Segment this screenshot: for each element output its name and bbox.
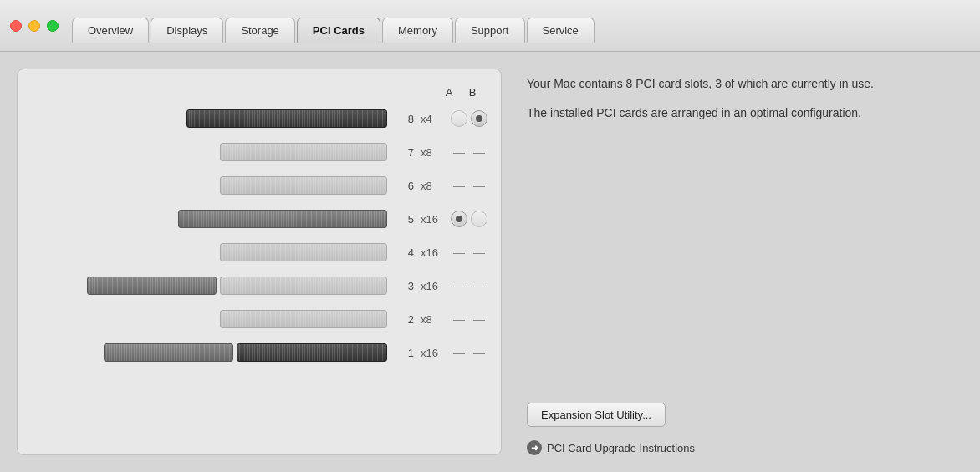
slot-row: 4x16—— (31, 236, 487, 269)
slot-dash: — (451, 145, 467, 159)
tab-bar: OverviewDisplaysStoragePCI CardsMemorySu… (72, 18, 596, 43)
description-1: Your Mac contains 8 PCI card slots, 3 of… (527, 75, 963, 93)
slot-dash: — (451, 246, 467, 259)
column-headers: A B (31, 86, 487, 99)
pci-upgrade-link[interactable]: ➜ PCI Card Upgrade Instructions (527, 440, 963, 455)
radio-empty[interactable] (471, 211, 487, 227)
slot-radio-group: —— (451, 145, 487, 159)
tab-pci-cards[interactable]: PCI Cards (297, 18, 380, 43)
slot-bars (31, 343, 387, 362)
description-2: The installed PCI cards are arranged in … (527, 104, 963, 122)
slot-bars (31, 243, 387, 261)
col-header-b: B (461, 86, 484, 99)
slot-row: 8x4 (31, 102, 487, 135)
pci-link-icon: ➜ (527, 440, 542, 455)
slot-speed: x8 (421, 146, 447, 159)
slot-bars (31, 109, 387, 128)
slot-speed: x16 (421, 213, 447, 226)
pci-slots-panel: A B 8x47x8——6x8——5x164x16——3x16——2x8——1x… (17, 69, 502, 455)
tab-overview[interactable]: Overview (72, 18, 149, 43)
slot-radio-group: —— (451, 312, 487, 326)
slot-dash: — (471, 179, 487, 192)
slot-row: 2x8—— (31, 302, 487, 336)
radio-empty[interactable] (451, 110, 467, 127)
slot-row: 1x16—— (31, 336, 487, 369)
radio-filled[interactable] (451, 211, 467, 227)
expansion-slot-utility-button[interactable]: Expansion Slot Utility... (527, 403, 666, 427)
slot-number: 4 (397, 246, 414, 259)
slot-number: 1 (397, 347, 414, 359)
slot-number: 2 (397, 313, 414, 326)
slot-radio-group: —— (451, 179, 487, 192)
slot-row: 3x16—— (31, 269, 487, 302)
slot-dash: — (471, 346, 487, 359)
slot-dash: — (471, 312, 487, 326)
minimize-button[interactable] (28, 20, 40, 32)
slot-speed: x4 (421, 113, 447, 125)
slot-speed: x16 (421, 280, 447, 292)
slot-radio-group: —— (451, 246, 487, 259)
tab-support[interactable]: Support (455, 18, 525, 43)
slot-row: 6x8—— (31, 169, 487, 202)
right-panel: Your Mac contains 8 PCI card slots, 3 of… (527, 69, 963, 455)
slot-speed: x16 (421, 246, 447, 259)
radio-filled[interactable] (471, 110, 487, 127)
slot-bars (31, 176, 387, 195)
slot-number: 6 (397, 180, 414, 192)
slot-number: 5 (397, 213, 414, 226)
pci-link-label: PCI Card Upgrade Instructions (547, 442, 695, 454)
slot-bars (31, 277, 387, 295)
slot-radio-group (451, 110, 487, 127)
slot-bars (31, 210, 387, 228)
main-content: A B 8x47x8——6x8——5x164x16——3x16——2x8——1x… (0, 52, 980, 472)
slot-speed: x8 (421, 313, 447, 326)
col-header-a: A (437, 86, 461, 99)
slot-number: 7 (397, 146, 414, 159)
slot-dash: — (471, 145, 487, 159)
description: Your Mac contains 8 PCI card slots, 3 of… (527, 75, 963, 134)
slot-dash: — (451, 179, 467, 192)
slot-dash: — (451, 279, 467, 292)
slot-bars (31, 310, 387, 328)
close-button[interactable] (10, 20, 22, 32)
slot-bars (31, 143, 387, 161)
tab-storage[interactable]: Storage (225, 18, 295, 43)
slot-radio-group (451, 211, 487, 227)
titlebar: OverviewDisplaysStoragePCI CardsMemorySu… (0, 0, 980, 52)
tab-service[interactable]: Service (527, 18, 595, 43)
window-controls (10, 20, 59, 40)
slot-speed: x8 (421, 180, 447, 192)
slot-number: 8 (397, 113, 414, 125)
tab-displays[interactable]: Displays (151, 18, 223, 43)
slot-dash: — (471, 279, 487, 292)
slot-dash: — (451, 312, 467, 326)
slot-row: 5x16 (31, 202, 487, 236)
maximize-button[interactable] (47, 20, 59, 32)
slot-radio-group: —— (451, 279, 487, 292)
spacer (527, 147, 963, 403)
slot-dash: — (451, 346, 467, 359)
slot-dash: — (471, 246, 487, 259)
slot-row: 7x8—— (31, 135, 487, 169)
slot-speed: x16 (421, 347, 447, 359)
slot-radio-group: —— (451, 346, 487, 359)
slot-number: 3 (397, 280, 414, 292)
tab-memory[interactable]: Memory (382, 18, 453, 43)
